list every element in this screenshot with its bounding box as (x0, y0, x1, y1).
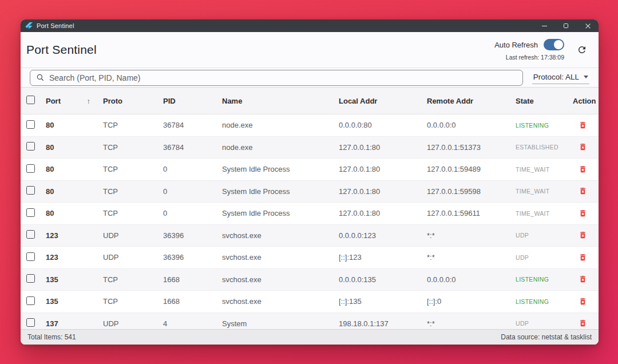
maximize-button[interactable] (555, 19, 577, 32)
cell-name: System Idle Process (222, 187, 339, 196)
delete-button[interactable] (576, 120, 589, 130)
trash-delete-icon (579, 121, 587, 129)
column-header-name[interactable]: Name (222, 97, 339, 105)
cell-local-addr: 0.0.0.0:80 (339, 121, 427, 129)
close-button[interactable] (577, 19, 599, 32)
protocol-dropdown[interactable]: Protocol: ALL (532, 71, 589, 84)
table-row[interactable]: 80 TCP 36784 node.exe 127.0.0.1:80 127.0… (21, 137, 599, 159)
delete-button[interactable] (576, 252, 589, 263)
table-row[interactable]: 123 UDP 36396 svchost.exe 0.0.0.0:123 *:… (21, 225, 599, 247)
cell-port: 80 (46, 165, 103, 173)
cell-local-addr: [::]:135 (339, 297, 427, 306)
trash-delete-icon (579, 165, 587, 173)
titlebar[interactable]: Port Sentinel (21, 19, 599, 32)
row-checkbox[interactable] (26, 230, 35, 239)
row-checkbox[interactable] (26, 296, 35, 305)
row-checkbox[interactable] (26, 142, 35, 151)
trash-delete-icon (579, 143, 587, 151)
cell-port: 80 (46, 187, 103, 196)
cell-name: System Idle Process (222, 209, 339, 217)
table-header: Port ↑ Proto PID Name Local Addr Remote … (21, 87, 599, 114)
cell-local-addr: 127.0.0.1:80 (339, 143, 427, 152)
cell-local-addr: 0.0.0.0:135 (339, 275, 427, 284)
column-header-state[interactable]: State (516, 97, 573, 105)
column-header-remote-addr[interactable]: Remote Addr (427, 97, 516, 105)
search-input[interactable] (49, 73, 517, 82)
cell-remote-addr: 127.0.0.1:59489 (427, 165, 516, 173)
cell-pid: 36396 (163, 231, 222, 240)
delete-button[interactable] (576, 164, 589, 175)
cell-name: svchost.exe (222, 231, 339, 240)
total-items-text: Total Items: 541 (27, 333, 76, 341)
table-row[interactable]: 80 TCP 0 System Idle Process 127.0.0.1:8… (21, 203, 599, 225)
delete-button[interactable] (576, 296, 589, 307)
table-row[interactable]: 135 TCP 1668 svchost.exe 0.0.0.0:135 0.0… (21, 269, 599, 291)
cell-proto: TCP (103, 121, 163, 129)
minimize-icon (542, 26, 547, 26)
maximize-icon (564, 23, 568, 28)
cell-proto: TCP (103, 297, 163, 306)
cell-pid: 0 (163, 209, 222, 217)
auto-refresh-label: Auto Refresh (494, 41, 538, 49)
delete-button[interactable] (576, 141, 589, 152)
status-bar: Total Items: 541 Data source: netstat & … (21, 329, 599, 345)
auto-refresh-toggle[interactable] (544, 39, 564, 50)
minimize-button[interactable] (533, 19, 555, 32)
row-checkbox[interactable] (26, 120, 35, 129)
table-row[interactable]: 123 UDP 36396 svchost.exe [::]:123 *:* U… (21, 247, 599, 269)
cell-proto: TCP (103, 143, 163, 152)
select-all-checkbox[interactable] (26, 96, 35, 104)
cell-proto: UDP (103, 319, 163, 328)
column-header-pid[interactable]: PID (163, 97, 222, 105)
cell-name: node.exe (222, 143, 339, 152)
table-row[interactable]: 80 TCP 0 System Idle Process 127.0.0.1:8… (21, 159, 599, 181)
table-body: 80 TCP 36784 node.exe 0.0.0.0:80 0.0.0.0… (21, 114, 599, 329)
cell-remote-addr: *:* (427, 253, 516, 262)
search-icon (36, 73, 45, 82)
cell-pid: 1668 (163, 297, 222, 306)
cell-remote-addr: [::]:0 (427, 297, 516, 306)
chevron-down-icon (584, 76, 588, 78)
cell-state: TIME_WAIT (516, 166, 573, 173)
search-section: Protocol: ALL (21, 68, 599, 87)
cell-port: 80 (46, 209, 103, 217)
row-checkbox[interactable] (26, 186, 35, 195)
cell-local-addr: 198.18.0.1:137 (339, 319, 427, 328)
cell-port: 80 (46, 143, 103, 152)
cell-port: 80 (46, 121, 103, 129)
row-checkbox[interactable] (26, 164, 35, 173)
delete-button[interactable] (576, 208, 589, 219)
delete-button[interactable] (576, 185, 589, 196)
cell-name: svchost.exe (222, 253, 339, 262)
table-row[interactable]: 80 TCP 36784 node.exe 0.0.0.0:80 0.0.0.0… (21, 114, 599, 137)
cell-name: System Idle Process (222, 165, 339, 173)
table-row[interactable]: 137 UDP 4 System 198.18.0.1:137 *:* UDP (21, 313, 599, 330)
search-box[interactable] (30, 70, 523, 86)
cell-pid: 4 (163, 319, 222, 328)
refresh-button[interactable] (577, 45, 587, 55)
cell-port: 135 (46, 297, 103, 306)
cell-name: System (222, 319, 339, 328)
table-row[interactable]: 135 TCP 1668 svchost.exe [::]:135 [::]:0… (21, 291, 599, 313)
column-header-proto[interactable]: Proto (103, 97, 163, 105)
column-header-port[interactable]: Port ↑ (46, 97, 103, 105)
trash-delete-icon (579, 319, 587, 327)
row-checkbox[interactable] (26, 274, 35, 283)
row-checkbox[interactable] (26, 252, 35, 261)
delete-button[interactable] (576, 318, 589, 329)
cell-local-addr: 127.0.0.1:80 (339, 209, 427, 217)
delete-button[interactable] (576, 230, 589, 240)
cell-local-addr: [::]:123 (339, 253, 427, 262)
cell-proto: TCP (103, 275, 163, 284)
cell-pid: 36784 (163, 143, 222, 152)
row-checkbox[interactable] (26, 208, 35, 217)
cell-local-addr: 127.0.0.1:80 (339, 187, 427, 196)
delete-button[interactable] (576, 274, 589, 284)
cell-state: ESTABLISHED (516, 144, 573, 151)
cell-local-addr: 127.0.0.1:80 (339, 165, 427, 173)
table-row[interactable]: 80 TCP 0 System Idle Process 127.0.0.1:8… (21, 181, 599, 203)
row-checkbox[interactable] (26, 318, 35, 327)
cell-state: LISTENING (516, 298, 573, 305)
cell-remote-addr: 0.0.0.0:0 (427, 121, 516, 129)
column-header-local-addr[interactable]: Local Addr (339, 97, 427, 105)
